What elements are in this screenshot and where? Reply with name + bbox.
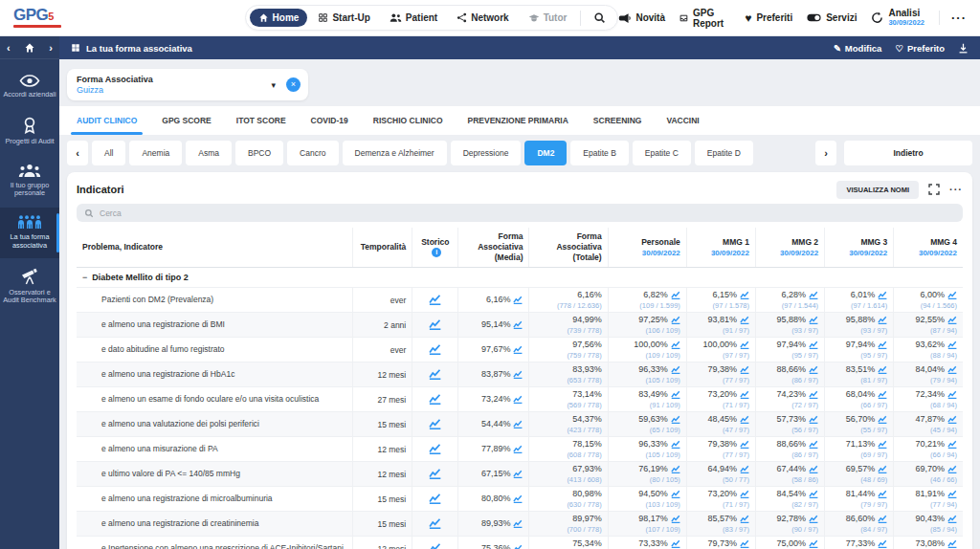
trend-icon[interactable] (809, 365, 818, 374)
trend-icon[interactable] (513, 296, 523, 304)
collapse-icon[interactable]: − (82, 273, 87, 282)
trend-icon[interactable] (878, 415, 887, 424)
sidebar-item-accordi-aziendali[interactable]: Accordi aziendali (0, 67, 59, 107)
table-row[interactable]: Pazienti con DM2 (Prevalenza) ever 6,16%… (77, 288, 963, 313)
sidebar-item-osservatori-benchmark[interactable]: Osservatori e Audit Benchmark (0, 260, 59, 314)
trend-icon[interactable] (671, 291, 680, 299)
nav-patient[interactable]: Patient (381, 9, 446, 27)
back-chevron-icon[interactable]: ‹ (7, 42, 11, 54)
trend-icon[interactable] (513, 494, 523, 503)
history-chart-icon[interactable] (429, 517, 441, 529)
history-chart-icon[interactable] (429, 393, 441, 405)
table-row[interactable]: e almeno una misurazione di PA 12 mesi 7… (77, 437, 963, 462)
subtab-asma[interactable]: Asma (186, 141, 232, 165)
table-row[interactable]: e almeno un esame di fondo oculare e/o u… (77, 387, 963, 412)
subtab-all[interactable]: All (92, 141, 125, 165)
trend-icon[interactable] (740, 340, 749, 349)
gpg-logo[interactable]: GPG5 (13, 8, 68, 28)
novita-button[interactable]: Novità (618, 12, 665, 24)
trend-icon[interactable] (878, 490, 887, 498)
history-chart-icon[interactable] (429, 418, 441, 429)
table-row[interactable]: e ultimo valore di PA <= 140/85 mmHg 12 … (77, 462, 963, 487)
scroll-right-chevron-icon[interactable]: › (815, 141, 836, 165)
trend-icon[interactable] (878, 440, 887, 449)
trend-icon[interactable] (740, 515, 749, 523)
trend-icon[interactable] (513, 519, 523, 528)
trend-icon[interactable] (740, 440, 749, 449)
trend-icon[interactable] (878, 390, 887, 399)
trend-icon[interactable] (947, 490, 957, 498)
nav-home[interactable]: Home (250, 9, 308, 27)
table-row[interactable]: e dato abitudine al fumo registrato ever… (77, 338, 963, 362)
scroll-left-chevron-icon[interactable]: ‹ (67, 141, 88, 165)
tab-vaccini[interactable]: VACCINI (666, 106, 699, 135)
trend-icon[interactable] (809, 440, 818, 449)
trend-icon[interactable] (947, 515, 957, 523)
preferiti-button[interactable]: ♥ Preferiti (745, 12, 792, 23)
nav-tutor[interactable]: Tutor (520, 9, 576, 27)
nav-startup[interactable]: Start-Up (309, 9, 378, 27)
table-row[interactable]: e almeno una registrazione di HbA1c 12 m… (77, 362, 963, 387)
subtab-epatite-d[interactable]: Epatite D (695, 141, 753, 165)
modifica-button[interactable]: ✎ Modifica (834, 43, 882, 54)
trend-icon[interactable] (671, 515, 680, 523)
nav-network[interactable]: Network (448, 9, 517, 27)
table-row[interactable]: e almeno una registrazione di creatinine… (77, 512, 963, 537)
history-chart-icon[interactable] (429, 294, 441, 305)
trend-icon[interactable] (513, 370, 523, 379)
preferito-button[interactable]: ♡ Preferito (895, 43, 945, 54)
history-chart-icon[interactable] (429, 368, 441, 380)
trend-icon[interactable] (947, 291, 957, 299)
trend-icon[interactable] (740, 390, 749, 399)
table-row[interactable]: e almeno una registrazione di microalbum… (77, 487, 963, 512)
subtab-dm2[interactable]: DM2 (524, 141, 567, 165)
trend-icon[interactable] (740, 490, 749, 498)
gpg-report-button[interactable]: GPG Report (679, 8, 730, 29)
trend-icon[interactable] (671, 365, 680, 374)
trend-icon[interactable] (878, 515, 887, 523)
trend-icon[interactable] (671, 390, 680, 399)
trend-icon[interactable] (671, 465, 680, 473)
more-menu-icon[interactable]: ··· (939, 11, 967, 25)
trend-icon[interactable] (809, 465, 818, 473)
servizi-button[interactable]: Servizi (807, 12, 857, 23)
trend-icon[interactable] (947, 340, 957, 349)
history-chart-icon[interactable] (429, 493, 441, 504)
tab-prevenzione-primaria[interactable]: PREVENZIONE PRIMARIA (468, 106, 568, 135)
subtab-anemia[interactable]: Anemia (129, 141, 182, 165)
trend-icon[interactable] (671, 415, 680, 424)
trend-icon[interactable] (671, 440, 680, 449)
trend-icon[interactable] (809, 515, 818, 523)
trend-icon[interactable] (513, 395, 523, 404)
trend-icon[interactable] (740, 465, 749, 473)
subtab-epatite-b[interactable]: Epatite B (570, 141, 629, 165)
history-chart-icon[interactable] (429, 542, 441, 549)
indietro-button[interactable]: Indietro (844, 141, 972, 165)
forma-associativa-filter[interactable]: Forma Associativa Guizza ▾ × (67, 69, 308, 100)
trend-icon[interactable] (809, 415, 818, 424)
trend-icon[interactable] (809, 539, 818, 548)
group-row-diabete[interactable]: −Diabete Mellito di tipo 2 (77, 268, 963, 288)
trend-icon[interactable] (878, 539, 887, 548)
trend-icon[interactable] (878, 291, 887, 299)
trend-icon[interactable] (878, 340, 887, 349)
chevron-down-icon[interactable]: ▾ (271, 80, 276, 90)
sidebar-item-gruppo-personale[interactable]: Il tuo gruppo personale (0, 156, 59, 207)
analisi-button[interactable]: Analisi 30/09/2022 (871, 9, 924, 28)
download-button[interactable] (958, 43, 969, 54)
table-row[interactable]: e Ipertensione con almeno una prescrizio… (77, 537, 963, 549)
sidebar-item-progetti-di-audit[interactable]: Progetti di Audit (0, 109, 59, 154)
trend-icon[interactable] (513, 345, 523, 354)
trend-icon[interactable] (740, 291, 749, 299)
table-row[interactable]: e almeno una registrazione di BMI 2 anni… (77, 313, 963, 338)
trend-icon[interactable] (809, 490, 818, 498)
trend-icon[interactable] (513, 470, 523, 478)
trend-icon[interactable] (671, 539, 680, 548)
table-row[interactable]: e almeno una valutazione dei polsi perif… (77, 412, 963, 437)
trend-icon[interactable] (878, 465, 887, 473)
trend-icon[interactable] (513, 320, 523, 329)
subtab-demenza-alzheimer[interactable]: Demenza e Alzheimer (343, 141, 447, 165)
home-icon[interactable] (24, 42, 35, 54)
trend-icon[interactable] (740, 365, 749, 374)
search-button[interactable] (586, 8, 613, 28)
